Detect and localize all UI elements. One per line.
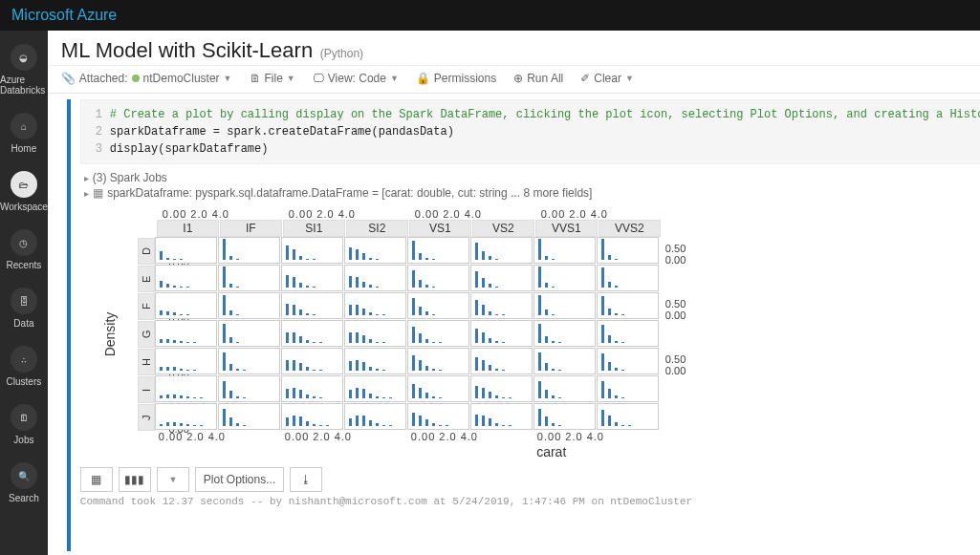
sidebar-item-recents[interactable]: ◷Recents: [7, 229, 42, 270]
chevron-down-icon: ▼: [224, 74, 232, 83]
eraser-icon: ✐: [580, 72, 590, 85]
chevron-down-icon: ▼: [287, 74, 295, 83]
download-icon: ⭳: [300, 473, 312, 486]
view-icon: 🖵: [313, 72, 324, 85]
facet-cell: [470, 265, 533, 291]
facet-cell: [597, 265, 659, 291]
spark-jobs-toggle[interactable]: ▸(3) Spark Jobs: [84, 170, 980, 185]
file-menu[interactable]: 🗎 File ▼: [250, 72, 295, 85]
facet-cell: [218, 265, 280, 291]
facet-cell: [407, 237, 469, 264]
facet-cell: [281, 292, 343, 319]
run-all-label: Run All: [527, 72, 563, 85]
chevron-down-icon: ▼: [625, 74, 634, 83]
command-status: Command took 12.37 seconds -- by nishant…: [80, 494, 980, 507]
top-bar: Microsoft Azure: [0, 0, 980, 31]
sidebar-item-clusters[interactable]: ⛬Clusters: [7, 346, 42, 387]
facet-cell: [155, 348, 217, 374]
facet-col-VS1: VS1: [409, 220, 471, 237]
chevron-down-icon: ▼: [390, 74, 399, 83]
facet-cell: [155, 265, 217, 291]
facet-cell: [155, 403, 217, 430]
facet-row-I: I: [138, 376, 155, 403]
facet-cell: [597, 320, 659, 347]
lock-icon: 🔒: [416, 72, 430, 85]
facet-col-VVS1: VVS1: [535, 220, 598, 237]
table-icon: ▦: [91, 473, 101, 486]
facet-cell: [281, 375, 343, 402]
facet-cell: [534, 320, 596, 347]
sidebar-item-workspace[interactable]: 🗁Workspace: [0, 171, 48, 212]
bar-chart-icon: ▮▮▮: [124, 473, 144, 486]
facet-col-I1: I1: [157, 220, 219, 237]
sidebar-item-label: Data: [13, 318, 33, 329]
facet-grid: 0.00 2.0 4.00.00 2.0 4.00.00 2.0 4.00.00…: [138, 208, 980, 442]
dataframe-schema: sparkDataframe: pyspark.sql.dataframe.Da…: [107, 186, 592, 200]
attach-icon: 📎: [61, 72, 76, 85]
x-axis-label: carat: [80, 444, 980, 459]
facet-cell: [155, 292, 217, 319]
notebook-toolbar: 📎 Attached: ntDemoCluster ▼ 🗎 File ▼ 🖵 V…: [48, 66, 980, 94]
notebook-language: (Python): [320, 47, 363, 60]
run-all-button[interactable]: ⊕ Run All: [513, 72, 563, 85]
facet-cell: [597, 292, 659, 319]
facet-cell: [155, 320, 217, 347]
sidebar: ◒Azure Databricks⌂Home🗁Workspace◷Recents…: [0, 31, 48, 555]
plot-options-button[interactable]: Plot Options...: [195, 467, 284, 492]
facet-cell: [218, 375, 280, 402]
azure-icon: ◒: [11, 44, 37, 71]
facet-cell: [218, 320, 280, 347]
facet-cell: [597, 375, 659, 402]
attached-label: Attached:: [79, 72, 128, 85]
facet-cell: [281, 348, 343, 374]
sidebar-item-azure-databricks[interactable]: ◒Azure Databricks: [0, 44, 48, 96]
sidebar-item-search[interactable]: 🔍Search: [9, 462, 39, 503]
permissions-button[interactable]: 🔒 Permissions: [416, 72, 496, 85]
facet-cell: [344, 237, 406, 264]
table-icon: ▦: [93, 186, 104, 200]
facet-row-F: F: [138, 293, 155, 320]
view-menu[interactable]: 🖵 View: Code ▼: [313, 72, 399, 85]
play-icon: ⊕: [513, 72, 523, 85]
clear-label: Clear: [594, 72, 621, 85]
view-label: View: Code: [328, 72, 386, 85]
facet-cell: [218, 292, 280, 319]
facet-cell: [155, 375, 217, 402]
chart-view-button[interactable]: ▮▮▮: [119, 467, 151, 492]
cluster-icon: ⛬: [11, 346, 37, 373]
sidebar-item-label: Azure Databricks: [0, 75, 48, 96]
chart-type-menu[interactable]: ▼: [157, 467, 189, 492]
sidebar-item-label: Clusters: [7, 376, 42, 387]
search-icon: 🔍: [11, 462, 37, 489]
facet-cell: [218, 237, 280, 264]
home-icon: ⌂: [11, 113, 37, 139]
facet-cell: [155, 237, 217, 264]
spark-jobs-label: (3) Spark Jobs: [93, 171, 167, 184]
dataframe-schema-toggle[interactable]: ▸▦ sparkDataframe: pyspark.sql.dataframe…: [84, 185, 980, 201]
facet-cell: [281, 265, 343, 291]
facet-row-H: H: [138, 349, 155, 375]
sidebar-item-home[interactable]: ⌂Home: [11, 113, 37, 154]
facet-cell: [344, 348, 406, 374]
sidebar-item-jobs[interactable]: 🗓Jobs: [11, 404, 37, 445]
attach-cluster[interactable]: 📎 Attached: ntDemoCluster ▼: [61, 72, 232, 85]
facet-cell: [281, 320, 343, 347]
brand-logo: Microsoft Azure: [11, 7, 117, 24]
table-view-button[interactable]: ▦: [80, 467, 113, 492]
clear-menu[interactable]: ✐ Clear ▼: [580, 72, 634, 85]
facet-cell: [281, 237, 343, 264]
facet-cell: [281, 403, 343, 430]
facet-col-SI2: SI2: [346, 220, 408, 237]
sidebar-item-label: Jobs: [13, 435, 33, 445]
notebook-title: ML Model with Scikit-Learn: [61, 38, 313, 62]
code-editor[interactable]: 1# Create a plot by calling display on t…: [80, 99, 980, 164]
facet-cell: [344, 375, 406, 402]
download-button[interactable]: ⭳: [290, 467, 322, 492]
facet-cell: [597, 403, 659, 430]
facet-cell: [597, 237, 659, 264]
sidebar-item-data[interactable]: 🗄Data: [11, 288, 37, 329]
permissions-label: Permissions: [434, 72, 496, 85]
facet-row-J: J: [138, 404, 155, 431]
facet-cell: [407, 265, 469, 291]
facet-cell: [407, 375, 469, 402]
